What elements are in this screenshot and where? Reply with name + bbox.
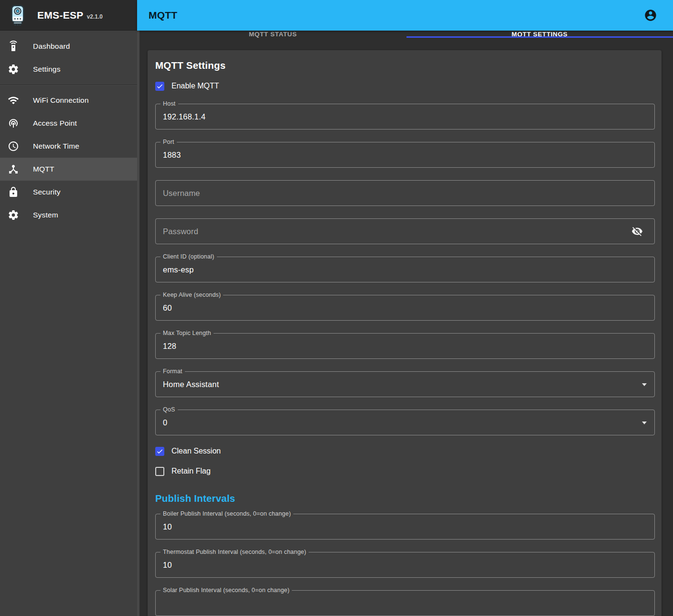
port-field[interactable]: Port 1883 bbox=[155, 142, 655, 168]
app-title: EMS-ESP bbox=[37, 10, 84, 21]
sidebar-item-label: System bbox=[33, 211, 58, 219]
form-title: MQTT Settings bbox=[155, 60, 655, 71]
sidebar-item-mqtt[interactable]: MQTT bbox=[0, 158, 137, 181]
sidebar: EMS-ESP v2.1.0 Dashboard Settings bbox=[0, 0, 137, 616]
sidebar-item-label: Network Time bbox=[33, 142, 79, 151]
solar-publish-interval-field[interactable]: Solar Publish Interval (seconds, 0=on ch… bbox=[155, 590, 655, 616]
field-value: ems-esp bbox=[156, 265, 194, 274]
content-body: MQTT STATUS MQTT SETTINGS MQTT Settings … bbox=[137, 31, 673, 616]
sidebar-menu: Dashboard Settings WiFi Connection A bbox=[0, 31, 137, 227]
clean-session-checkbox[interactable]: Clean Session bbox=[155, 446, 655, 456]
account-circle-icon bbox=[644, 9, 657, 22]
tab-bar: MQTT STATUS MQTT SETTINGS bbox=[139, 31, 673, 38]
host-field[interactable]: Host 192.168.1.4 bbox=[155, 104, 655, 130]
sidebar-item-security[interactable]: Security bbox=[0, 181, 137, 204]
app-version: v2.1.0 bbox=[87, 13, 103, 20]
sidebar-item-wifi-connection[interactable]: WiFi Connection bbox=[0, 89, 137, 112]
sidebar-item-dashboard[interactable]: Dashboard bbox=[0, 35, 137, 58]
checkbox-icon bbox=[155, 82, 164, 91]
sidebar-item-label: Security bbox=[33, 188, 61, 196]
appbar: MQTT bbox=[137, 0, 673, 31]
checkbox-label: Clean Session bbox=[171, 447, 221, 455]
sidebar-item-access-point[interactable]: Access Point bbox=[0, 112, 137, 135]
field-label: Thermostat Publish Interval (seconds, 0=… bbox=[160, 548, 309, 556]
checkbox-icon bbox=[155, 467, 164, 476]
checkbox-label: Retain Flag bbox=[171, 467, 211, 476]
remote-icon bbox=[8, 41, 19, 52]
checkbox-label: Enable MQTT bbox=[171, 82, 219, 90]
boiler-logo-icon bbox=[9, 4, 27, 26]
field-value: 10 bbox=[156, 561, 172, 570]
sidebar-item-network-time[interactable]: Network Time bbox=[0, 135, 137, 158]
field-label: Boiler Publish Interval (seconds, 0=on c… bbox=[160, 510, 293, 518]
field-label: Client ID (optional) bbox=[160, 253, 217, 261]
wifi-icon bbox=[8, 95, 19, 106]
password-field[interactable]: Password bbox=[155, 218, 655, 244]
sidebar-item-label: Dashboard bbox=[33, 42, 70, 51]
clock-icon bbox=[8, 140, 19, 152]
app-logo-header: EMS-ESP v2.1.0 bbox=[0, 0, 137, 31]
client-id-field[interactable]: Client ID (optional) ems-esp bbox=[155, 257, 655, 282]
sidebar-divider bbox=[0, 85, 137, 85]
checkbox-icon bbox=[155, 447, 164, 456]
chevron-down-icon bbox=[642, 383, 647, 386]
visibility-off-icon[interactable] bbox=[631, 226, 643, 237]
publish-intervals-title: Publish Intervals bbox=[155, 493, 655, 504]
format-select[interactable]: Format Home Assistant bbox=[155, 371, 655, 397]
app-root: EMS-ESP v2.1.0 Dashboard Settings bbox=[0, 0, 673, 616]
sidebar-item-settings[interactable]: Settings bbox=[0, 58, 137, 81]
qos-select[interactable]: QoS 0 bbox=[155, 410, 655, 435]
mqtt-settings-card: MQTT Settings Enable MQTT Host 192.168.1… bbox=[148, 50, 662, 616]
enable-mqtt-checkbox[interactable]: Enable MQTT bbox=[155, 81, 655, 91]
sidebar-item-label: WiFi Connection bbox=[33, 96, 89, 105]
chevron-down-icon bbox=[642, 421, 647, 424]
field-value: 192.168.1.4 bbox=[156, 112, 205, 121]
retain-flag-checkbox[interactable]: Retain Flag bbox=[155, 466, 655, 476]
field-placeholder: Password bbox=[156, 227, 198, 236]
wifi-tethering-icon bbox=[8, 118, 19, 129]
gear-icon bbox=[8, 209, 19, 221]
field-label: Keep Alive (seconds) bbox=[160, 291, 223, 299]
field-label: Port bbox=[160, 138, 177, 146]
field-value: 128 bbox=[156, 342, 176, 351]
boiler-publish-interval-field[interactable]: Boiler Publish Interval (seconds, 0=on c… bbox=[155, 514, 655, 540]
field-value: 0 bbox=[156, 418, 167, 427]
device-hub-icon bbox=[8, 163, 19, 175]
field-label: Max Topic Length bbox=[160, 329, 214, 337]
field-label: Host bbox=[160, 100, 178, 108]
account-button[interactable] bbox=[644, 9, 657, 22]
sidebar-item-label: MQTT bbox=[33, 165, 54, 173]
field-label: Solar Publish Interval (seconds, 0=on ch… bbox=[160, 586, 292, 594]
page-title: MQTT bbox=[149, 10, 177, 21]
sidebar-item-label: Settings bbox=[33, 65, 61, 74]
gear-icon bbox=[8, 64, 19, 75]
field-placeholder: Username bbox=[156, 189, 200, 198]
max-topic-length-field[interactable]: Max Topic Length 128 bbox=[155, 333, 655, 359]
lock-icon bbox=[8, 186, 19, 198]
tab-mqtt-status[interactable]: MQTT STATUS bbox=[139, 31, 406, 38]
field-label: Format bbox=[160, 367, 185, 376]
field-label: QoS bbox=[160, 406, 178, 414]
main-area: MQTT MQTT STATUS MQTT SETTINGS MQTT Sett… bbox=[137, 0, 673, 616]
keep-alive-field[interactable]: Keep Alive (seconds) 60 bbox=[155, 295, 655, 321]
field-value: 60 bbox=[156, 303, 172, 313]
field-value: Home Assistant bbox=[156, 380, 219, 389]
field-value: 1883 bbox=[156, 151, 181, 160]
tab-mqtt-settings[interactable]: MQTT SETTINGS bbox=[406, 31, 673, 38]
sidebar-item-system[interactable]: System bbox=[0, 204, 137, 227]
field-value: 10 bbox=[156, 522, 172, 531]
thermostat-publish-interval-field[interactable]: Thermostat Publish Interval (seconds, 0=… bbox=[155, 552, 655, 578]
sidebar-item-label: Access Point bbox=[33, 119, 77, 128]
username-field[interactable]: Username bbox=[155, 180, 655, 206]
